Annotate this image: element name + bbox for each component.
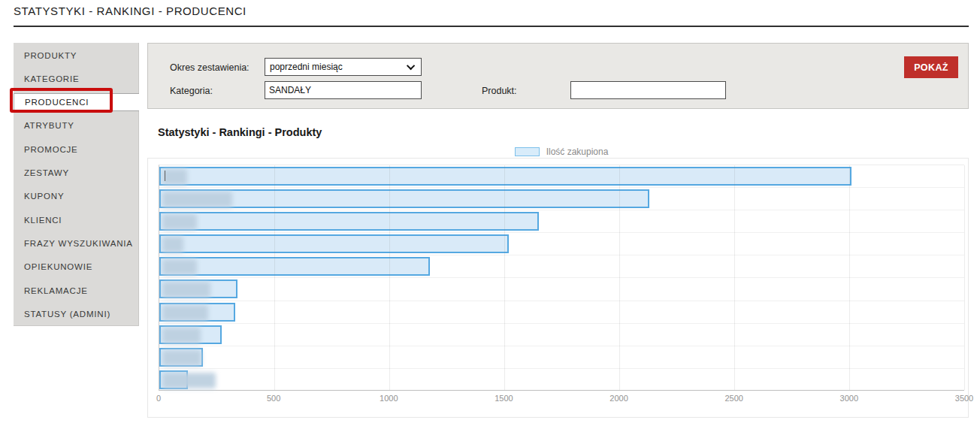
sidebar-item-atrybuty[interactable]: ATRYBUTY xyxy=(14,114,138,137)
page: STATYSTYKI - RANKINGI - PRODUCENCI PRODU… xyxy=(0,0,980,423)
redacted-bar-label xyxy=(162,328,201,343)
bar-rank-4[interactable] xyxy=(159,234,509,253)
chart-row xyxy=(159,210,964,233)
sidebar-item-kupony[interactable]: KUPONY xyxy=(14,185,138,208)
sidebar-item-produkty[interactable]: PRODUKTY xyxy=(14,44,138,67)
chart-row xyxy=(159,278,964,301)
chart-row xyxy=(159,369,964,391)
redacted-bar-label xyxy=(162,282,210,298)
x-axis: 0500100015002000250030003500 xyxy=(159,394,964,406)
sidebar-item-reklamacje[interactable]: REKLAMACJE xyxy=(14,279,138,302)
filter-panel: Okres zestawienia: poprzedni miesiąc Kat… xyxy=(147,43,969,109)
sidebar-item-statusy-admini[interactable]: STATUSY (ADMINI) xyxy=(14,302,138,325)
legend-label: Ilość zakupiona xyxy=(546,147,609,157)
redacted-bar-label xyxy=(162,237,183,252)
x-tick-label-2000: 2000 xyxy=(609,394,628,403)
chart-legend: Ilość zakupiona xyxy=(159,147,964,157)
text-cursor xyxy=(165,171,165,181)
gridline-3500 xyxy=(964,165,965,390)
chart-container: 0500100015002000250030003500 xyxy=(147,158,969,418)
x-tick-label-0: 0 xyxy=(156,394,161,403)
sidebar: PRODUKTYKATEGORIEPRODUCENCIATRYBUTYPROMO… xyxy=(14,43,139,326)
x-tick-label-3000: 3000 xyxy=(840,394,858,403)
bar-rank-3[interactable] xyxy=(159,212,539,231)
bar-rank-2[interactable] xyxy=(159,189,649,208)
x-tick-label-1500: 1500 xyxy=(495,394,513,403)
chart-title: Statystyki - Rankingi - Produkty xyxy=(158,126,322,138)
okres-zestawienia-select-value: poprzedni miesiąc xyxy=(270,62,409,72)
legend-swatch xyxy=(515,147,540,156)
redacted-bar-label xyxy=(162,259,197,275)
kategoria-input[interactable] xyxy=(265,81,422,99)
sidebar-item-promocje[interactable]: PROMOCJE xyxy=(14,137,138,161)
sidebar-item-opiekunowie[interactable]: OPIEKUNOWIE xyxy=(14,255,138,279)
bar-rank-5[interactable] xyxy=(159,257,430,276)
x-tick-label-1000: 1000 xyxy=(380,394,398,403)
chart-row xyxy=(159,165,964,188)
x-tick-label-500: 500 xyxy=(267,394,280,403)
chart-row xyxy=(159,188,964,210)
bar-rank-1[interactable] xyxy=(159,167,851,186)
chart-row xyxy=(159,346,964,369)
chart-row xyxy=(159,233,964,255)
bar-chart-plot xyxy=(159,165,964,391)
sidebar-item-zestawy[interactable]: ZESTAWY xyxy=(14,161,138,184)
show-button[interactable]: POKAŻ xyxy=(904,56,958,78)
sidebar-item-producenci[interactable]: PRODUCENCI xyxy=(14,93,139,111)
sidebar-item-kategorie[interactable]: KATEGORIE xyxy=(14,67,138,90)
kategoria-label: Kategoria: xyxy=(170,86,213,96)
redacted-bar-label xyxy=(162,350,201,366)
chart-row xyxy=(159,301,964,324)
redacted-bar-label xyxy=(162,373,216,388)
x-tick-label-3500: 3500 xyxy=(955,394,973,403)
okres-zestawienia-label: Okres zestawienia: xyxy=(170,62,250,73)
redacted-bar-label xyxy=(162,192,232,207)
sidebar-item-klienci[interactable]: KLIENCI xyxy=(14,208,138,231)
redacted-bar-label xyxy=(162,169,187,185)
redacted-bar-label xyxy=(162,214,197,230)
okres-zestawienia-select[interactable]: poprzedni miesiąc xyxy=(265,58,422,76)
x-tick-label-2500: 2500 xyxy=(724,394,743,403)
chart-row xyxy=(159,324,964,346)
produkt-label: Produkt: xyxy=(482,86,517,96)
chart-row xyxy=(159,255,964,278)
sidebar-item-frazy-wyszukiwania[interactable]: FRAZY WYSZUKIWANIA xyxy=(14,231,138,255)
produkt-input[interactable] xyxy=(570,81,726,99)
redacted-bar-label xyxy=(162,305,208,321)
title-divider xyxy=(14,26,969,27)
page-title: STATYSTYKI - RANKINGI - PRODUCENCI xyxy=(14,5,247,17)
